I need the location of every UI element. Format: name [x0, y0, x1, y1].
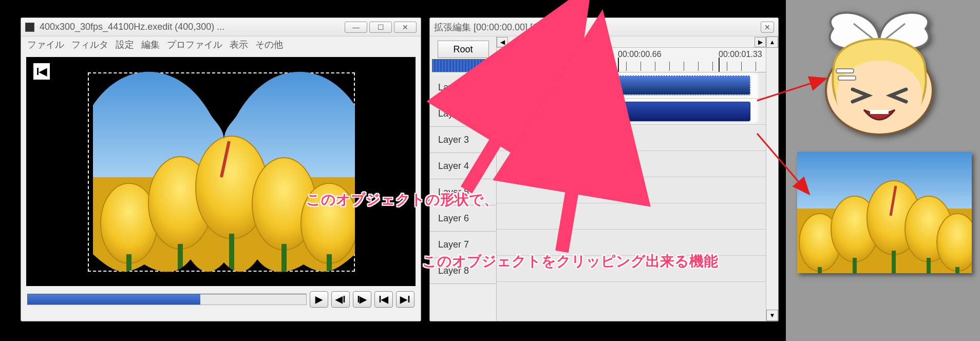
clip-label: チューリップ.jpg	[515, 106, 577, 117]
track[interactable]	[497, 203, 766, 230]
track[interactable]	[497, 151, 766, 177]
preview-window: 400x300_30fps_44100Hz.exedit (400,300) .…	[21, 17, 421, 321]
close-button[interactable]: ✕	[394, 22, 417, 33]
annotation-text-1: このオブジェクトの形状で、	[306, 190, 498, 210]
timeline-title: 拡張編集 [00:00:00.00] [1/103]	[434, 21, 558, 33]
menu-profile[interactable]: プロファイル	[167, 39, 222, 51]
svg-rect-10	[838, 76, 856, 80]
timeline-track-area[interactable]: ◀ ▶ 00:00:00.00 00:00:00.66 00:00:01.33	[497, 36, 778, 321]
track[interactable]: チューリップ.jpg	[497, 99, 766, 125]
play-button[interactable]: ▶	[310, 291, 328, 308]
scrub-fill	[28, 294, 200, 305]
menu-filter[interactable]: フィルタ	[71, 39, 108, 51]
hscroll-left-icon[interactable]: ◀	[497, 37, 508, 47]
preview-titlebar[interactable]: 400x300_30fps_44100Hz.exedit (400,300) .…	[21, 18, 421, 36]
timeline-tracks[interactable]: nc39315.png チューリップ.jpg	[497, 72, 766, 321]
step-back-button[interactable]: ◀I	[331, 291, 350, 308]
layer-label[interactable]: Layer 1	[430, 74, 496, 101]
timeline-titlebar[interactable]: 拡張編集 [00:00:00.00] [1/103] ✕	[430, 18, 778, 36]
ruler-label: 00:00:00.66	[618, 50, 662, 59]
audio-meter	[432, 59, 494, 72]
goto-head-icon[interactable]: I◀	[33, 63, 50, 80]
timeline-vscroll[interactable]: ▲ ▼	[766, 36, 778, 321]
maximize-button[interactable]: ☐	[369, 22, 392, 33]
timeline-close-button[interactable]: ✕	[761, 22, 774, 33]
menu-file[interactable]: ファイル	[27, 39, 64, 51]
menu-view[interactable]: 表示	[230, 39, 248, 51]
time-ruler[interactable]: 00:00:00.00 00:00:00.66 00:00:01.33	[497, 48, 766, 72]
timeline-hscroll[interactable]: ◀ ▶	[497, 36, 766, 48]
sample-image-character	[813, 8, 946, 136]
menu-other[interactable]: その他	[255, 39, 283, 51]
vscroll-down-icon[interactable]: ▼	[766, 310, 778, 321]
preview-viewport[interactable]: I◀	[26, 57, 416, 286]
preview-menubar: ファイル フィルタ 設定 編集 プロファイル 表示 その他	[21, 36, 421, 54]
timeline-clip[interactable]: nc39315.png	[509, 75, 750, 95]
minimize-button[interactable]: —	[345, 22, 367, 33]
ruler-label: 00:00:00.00	[507, 50, 551, 59]
layer-label[interactable]: Layer 2	[430, 101, 496, 127]
playback-bar: ▶ ◀I I▶ I◀ ▶I	[27, 291, 414, 308]
scrub-bar[interactable]	[27, 294, 307, 305]
timeline-clip[interactable]: チューリップ.jpg	[509, 102, 750, 121]
sample-image-tulips	[797, 152, 972, 273]
ruler-label: 00:00:01.33	[719, 50, 762, 59]
goto-end-button[interactable]: ▶I	[396, 291, 414, 308]
track[interactable]	[497, 125, 766, 151]
svg-rect-11	[870, 110, 889, 114]
menu-settings[interactable]: 設定	[116, 39, 134, 51]
goto-start-button[interactable]: I◀	[374, 291, 393, 308]
track[interactable]: nc39315.png	[497, 72, 766, 99]
app-icon	[25, 23, 34, 32]
track[interactable]	[497, 177, 766, 203]
annotation-text-2: このオブジェクトをクリッピング出来る機能	[422, 252, 718, 271]
preview-title: 400x300_30fps_44100Hz.exedit (400,300) .…	[40, 22, 224, 32]
layer-label[interactable]: Layer 4	[430, 153, 496, 179]
timeline-left-pane: Root Layer 1 Layer 2 Layer 3 Layer 4 Lay…	[430, 36, 497, 321]
root-button[interactable]: Root	[438, 41, 489, 58]
svg-rect-9	[836, 69, 854, 73]
vscroll-up-icon[interactable]: ▲	[766, 36, 778, 48]
step-forward-button[interactable]: I▶	[353, 291, 371, 308]
timeline-window: 拡張編集 [00:00:00.00] [1/103] ✕ Root Layer …	[429, 17, 779, 321]
clipped-preview-image	[93, 69, 355, 275]
hscroll-right-icon[interactable]: ▶	[755, 37, 766, 47]
clip-label: nc39315.png	[515, 81, 562, 90]
menu-edit[interactable]: 編集	[141, 39, 160, 51]
layer-label[interactable]: Layer 3	[430, 127, 496, 153]
